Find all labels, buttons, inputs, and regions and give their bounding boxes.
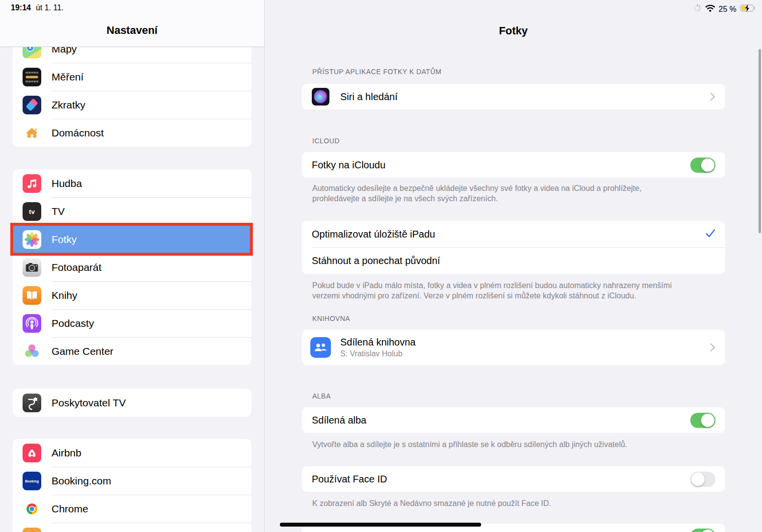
icloud-photos-toggle[interactable] [690, 158, 715, 173]
shared-library-label: Sdílená knihovna [340, 337, 415, 348]
game-center-icon [23, 342, 41, 361]
shared-albums-label: Sdílená alba [312, 415, 366, 426]
status-date: út 1. 11. [36, 3, 64, 12]
sidebar-item-label: Airbnb [52, 447, 82, 459]
download-originals-row[interactable]: Stáhnout a ponechat původní [302, 247, 725, 274]
cropped-app-icon [23, 528, 41, 532]
toggle-knob [701, 414, 714, 427]
svg-text:Booking: Booking [25, 479, 39, 483]
sidebar-list: MapyMěřeníZkratkyDomácnostHudbatvTVFotky… [0, 0, 264, 532]
storage-options-card: Optimalizovat úložiště iPadu Stáhnout a … [302, 221, 725, 274]
icloud-photos-footer: Automaticky odesílejte a bezpečně ukláde… [312, 183, 680, 204]
music-icon [23, 174, 41, 193]
sidebar-item-measure[interactable]: Měření [13, 63, 251, 91]
sidebar-item-shortcuts[interactable]: Zkratky [13, 91, 251, 119]
section-header-access: PŘÍSTUP APLIKACE FOTKY K DATŮM [312, 68, 441, 76]
library-card: Sdílená knihovna S: Vratislav Holub [302, 330, 725, 365]
icloud-photos-label: Fotky na iCloudu [312, 160, 385, 171]
siri-and-search-row[interactable]: Siri a hledání [302, 84, 725, 109]
optimize-storage-row[interactable]: Optimalizovat úložiště iPadu [302, 221, 725, 247]
airbnb-icon [23, 444, 41, 462]
sidebar-item-label: Knihy [52, 290, 78, 301]
sidebar-item-label: Fotky [52, 234, 77, 245]
sidebar-item-booking[interactable]: BookingBooking.com [13, 467, 251, 495]
sidebar-item-cropped-app[interactable] [13, 523, 251, 532]
sidebar-group: Poskytovatel TV [13, 389, 251, 417]
face-id-card: Používat Face ID [302, 466, 725, 492]
shared-library-subtitle: S: Vratislav Holub [340, 349, 415, 358]
checkmark-icon [706, 229, 715, 239]
status-bar-right: 25 % [693, 4, 756, 14]
chevron-right-icon [707, 344, 715, 352]
section-header-icloud: ICLOUD [312, 137, 340, 145]
podcasts-icon [23, 314, 41, 333]
shared-albums-footer: Vytvořte alba a sdílejte je s ostatními … [312, 439, 680, 450]
network-activity-icon [693, 4, 702, 14]
sidebar-item-label: Fotoaparát [52, 262, 102, 273]
storage-footer: Pokud bude v iPadu málo místa, fotky a v… [312, 280, 680, 301]
sidebar-item-chrome[interactable]: Chrome [13, 495, 251, 523]
sidebar-item-label: Měření [52, 71, 83, 83]
sidebar-item-label: Poskytovatel TV [52, 397, 126, 409]
battery-charging-icon [740, 4, 756, 14]
toggle-knob [701, 159, 714, 172]
chrome-icon [23, 500, 41, 518]
shared-library-row[interactable]: Sdílená knihovna S: Vratislav Holub [302, 330, 725, 365]
wifi-icon [705, 4, 715, 14]
sidebar-item-airbnb[interactable]: Airbnb [13, 439, 251, 467]
sidebar-item-label: TV [52, 206, 65, 217]
chevron-right-icon [707, 93, 715, 101]
face-id-row: Používat Face ID [302, 466, 725, 492]
sidebar-item-music[interactable]: Hudba [13, 169, 251, 197]
scrollbar[interactable] [759, 49, 761, 233]
sidebar-group: AirbnbBookingBooking.comChrome [13, 439, 251, 532]
sidebar-item-tv[interactable]: tvTV [13, 197, 251, 225]
sidebar-item-tv-provider[interactable]: Poskytovatel TV [13, 389, 251, 417]
siri-row-label: Siri a hledání [340, 91, 398, 103]
sidebar-group: HudbatvTVFotkyFotoaparátKnihyPodcastyGam… [13, 169, 251, 365]
sidebar-item-photos[interactable]: Fotky [13, 225, 251, 253]
sidebar-item-label: Booking.com [52, 475, 111, 487]
measure-icon [23, 68, 41, 86]
siri-icon [312, 88, 329, 106]
sidebar-title: Nastavení [0, 24, 264, 37]
status-bar-left: 19:14út 1. 11. [11, 3, 64, 12]
booking-icon: Booking [23, 472, 41, 490]
optimize-storage-label: Optimalizovat úložiště iPadu [312, 229, 435, 240]
sidebar-header: 19:14út 1. 11. Nastavení [0, 0, 264, 47]
settings-sidebar: MapyMěřeníZkratkyDomácnostHudbatvTVFotky… [0, 0, 265, 532]
sidebar-item-home[interactable]: Domácnost [13, 119, 251, 147]
shortcuts-icon [23, 96, 41, 114]
shared-library-icon [310, 337, 331, 358]
sidebar-item-label: Domácnost [52, 127, 104, 139]
sidebar-item-books[interactable]: Knihy [13, 281, 251, 309]
access-card: Siri a hledání [302, 84, 725, 109]
shared-albums-toggle[interactable] [690, 413, 715, 428]
section-header-library: KNIHOVNA [312, 315, 350, 322]
sidebar-item-camera[interactable]: Fotoaparát [13, 253, 251, 281]
svg-text:tv: tv [29, 208, 35, 215]
face-id-toggle[interactable] [690, 472, 715, 487]
icloud-photos-row: Fotky na iCloudu [302, 152, 725, 178]
home-icon [23, 124, 41, 142]
sidebar-group: MapyMěřeníZkratkyDomácnost [13, 35, 251, 147]
sidebar-item-label: Chrome [52, 503, 88, 515]
tv-icon: tv [23, 202, 41, 221]
camera-icon [23, 258, 41, 277]
icloud-card: Fotky na iCloudu [302, 152, 725, 178]
toggle-knob [691, 473, 705, 486]
sidebar-item-label: Hudba [52, 178, 82, 189]
shared-albums-row: Sdílená alba [302, 407, 725, 433]
section-header-albums: ALBA [312, 392, 331, 400]
face-id-footer: K zobrazení alb Skryté a Nedávno smazané… [312, 498, 680, 508]
sidebar-item-label: Game Center [52, 346, 113, 357]
books-icon [23, 286, 41, 305]
face-id-label: Používat Face ID [312, 474, 387, 485]
home-indicator[interactable] [280, 523, 481, 527]
status-time: 19:14 [11, 3, 31, 12]
cropped-bottom-toggle[interactable] [690, 529, 715, 532]
sidebar-item-game-center[interactable]: Game Center [13, 337, 251, 365]
sidebar-item-podcasts[interactable]: Podcasty [13, 309, 251, 337]
page-title: Fotky [265, 25, 762, 37]
photos-settings-panel: Fotky PŘÍSTUP APLIKACE FOTKY K DATŮM Sir… [265, 0, 762, 532]
